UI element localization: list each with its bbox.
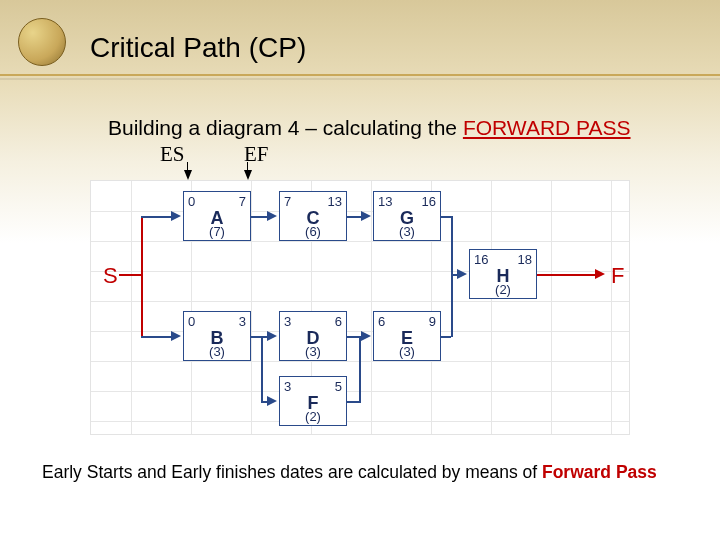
globe-icon bbox=[18, 18, 66, 66]
arrowhead-icon bbox=[361, 331, 371, 341]
node-B: 0 3 B (3) bbox=[183, 311, 251, 361]
subtitle: Building a diagram 4 – calculating the F… bbox=[108, 116, 631, 140]
edge bbox=[441, 336, 451, 338]
arrowhead-icon bbox=[171, 211, 181, 221]
title-divider bbox=[0, 74, 720, 76]
start-label: S bbox=[103, 263, 118, 289]
arrowhead-icon bbox=[595, 269, 605, 279]
node-F: 3 5 F (2) bbox=[279, 376, 347, 426]
edge bbox=[261, 336, 263, 401]
node-E: 6 9 E (3) bbox=[373, 311, 441, 361]
subtitle-prefix: Building a diagram 4 – calculating the bbox=[108, 116, 463, 139]
edge bbox=[359, 336, 361, 403]
arrowhead-icon bbox=[171, 331, 181, 341]
arrow-down-icon bbox=[244, 170, 252, 180]
arrowhead-icon bbox=[267, 396, 277, 406]
es-label: ES bbox=[160, 142, 185, 167]
arrowhead-icon bbox=[361, 211, 371, 221]
edge bbox=[451, 216, 453, 274]
footnote: Early Starts and Early finishes dates ar… bbox=[42, 462, 657, 483]
arrowhead-icon bbox=[267, 211, 277, 221]
forward-pass-diagram: S F 0 7 A (7) 7 13 C (6) 13 16 G (3) 16 … bbox=[90, 180, 630, 435]
node-G: 13 16 G (3) bbox=[373, 191, 441, 241]
finish-label: F bbox=[611, 263, 624, 289]
node-H: 16 18 H (2) bbox=[469, 249, 537, 299]
edge bbox=[537, 274, 595, 276]
edge bbox=[141, 216, 143, 336]
arrowhead-icon bbox=[267, 331, 277, 341]
node-C: 7 13 C (6) bbox=[279, 191, 347, 241]
node-D: 3 6 D (3) bbox=[279, 311, 347, 361]
edge bbox=[451, 274, 459, 276]
arrow-down-icon bbox=[184, 170, 192, 180]
edge bbox=[119, 274, 141, 276]
edge bbox=[141, 336, 171, 338]
edge bbox=[347, 401, 359, 403]
footnote-prefix: Early Starts and Early finishes dates ar… bbox=[42, 462, 542, 482]
edge bbox=[441, 216, 451, 218]
edge bbox=[451, 274, 453, 337]
page-title: Critical Path (CP) bbox=[90, 32, 306, 64]
edge bbox=[141, 216, 171, 218]
subtitle-highlight: FORWARD PASS bbox=[463, 116, 631, 139]
node-A: 0 7 A (7) bbox=[183, 191, 251, 241]
footnote-highlight: Forward Pass bbox=[542, 462, 657, 482]
